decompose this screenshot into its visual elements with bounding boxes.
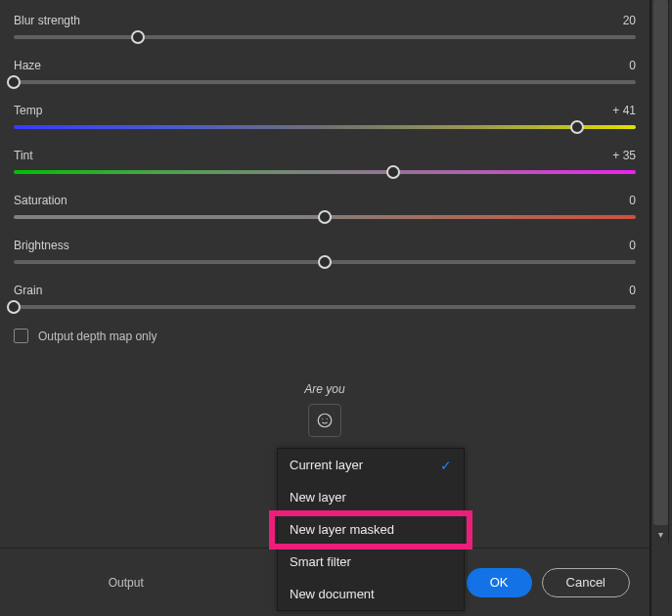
svg-point-0: [318, 414, 332, 427]
saturation-label: Saturation: [14, 194, 67, 207]
output-label: Output: [109, 576, 144, 590]
tint-slider[interactable]: Tint + 35: [14, 149, 636, 174]
menu-item-smart-filter[interactable]: Smart filter: [278, 546, 464, 578]
ok-button[interactable]: OK: [467, 568, 532, 597]
tint-value: + 35: [612, 149, 636, 162]
tint-label: Tint: [14, 149, 33, 162]
grain-label: Grain: [14, 284, 42, 297]
check-icon: ✓: [440, 458, 452, 473]
grain-value: 0: [629, 284, 636, 297]
blur-strength-thumb[interactable]: [131, 30, 145, 44]
temp-thumb[interactable]: [570, 120, 584, 134]
svg-point-2: [327, 418, 328, 419]
menu-item-new-layer[interactable]: New layer: [278, 481, 464, 513]
brightness-thumb[interactable]: [318, 255, 332, 269]
menu-item-label: New layer masked: [290, 522, 394, 537]
scroll-down-icon[interactable]: ▾: [653, 528, 668, 542]
blur-strength-label: Blur strength: [14, 14, 80, 27]
svg-point-1: [322, 418, 323, 419]
menu-item-new-document[interactable]: New document: [278, 578, 464, 610]
menu-item-label: New document: [290, 587, 375, 601]
haze-value: 0: [629, 59, 636, 72]
haze-slider[interactable]: Haze 0: [14, 59, 636, 84]
menu-item-label: New layer: [290, 490, 346, 505]
grain-thumb[interactable]: [7, 300, 21, 314]
output-depth-map-label: Output depth map only: [38, 330, 157, 343]
output-depth-map-checkbox-row[interactable]: Output depth map only: [14, 329, 636, 343]
temp-label: Temp: [14, 104, 42, 117]
saturation-value: 0: [629, 194, 636, 207]
temp-slider[interactable]: Temp + 41: [14, 104, 636, 129]
grain-slider[interactable]: Grain 0: [14, 284, 636, 309]
blur-strength-value: 20: [623, 14, 636, 27]
haze-thumb[interactable]: [7, 75, 21, 89]
brightness-slider[interactable]: Brightness 0: [14, 239, 636, 264]
output-menu[interactable]: Current layer ✓ New layer New layer mask…: [277, 448, 465, 611]
blur-strength-slider[interactable]: Blur strength 20: [14, 14, 636, 39]
menu-item-label: Smart filter: [290, 554, 351, 569]
smile-icon: [316, 412, 334, 429]
haze-label: Haze: [14, 59, 41, 72]
feedback-button[interactable]: [308, 404, 341, 437]
menu-item-current-layer[interactable]: Current layer ✓: [278, 449, 464, 481]
temp-value: + 41: [612, 104, 636, 117]
menu-item-new-layer-masked[interactable]: New layer masked: [278, 513, 464, 546]
survey-prompt: Are you: [304, 382, 344, 396]
menu-item-label: Current layer: [290, 458, 363, 472]
scrollbar-thumb[interactable]: [653, 0, 668, 525]
cancel-button[interactable]: Cancel: [542, 568, 630, 597]
tint-thumb[interactable]: [386, 165, 400, 179]
brightness-value: 0: [629, 239, 636, 252]
saturation-thumb[interactable]: [318, 210, 332, 224]
saturation-slider[interactable]: Saturation 0: [14, 194, 636, 219]
output-depth-map-checkbox[interactable]: [14, 329, 28, 343]
brightness-label: Brightness: [14, 239, 69, 252]
